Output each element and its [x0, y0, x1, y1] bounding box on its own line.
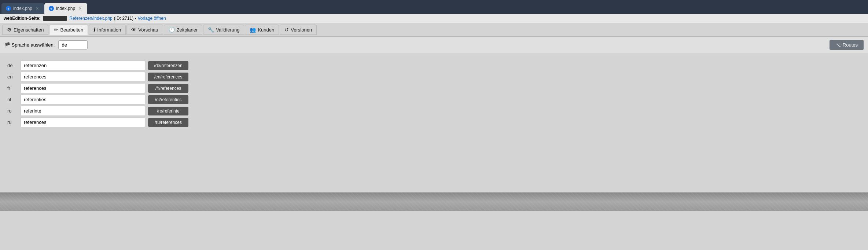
table-row: nl/nl/referenties — [7, 95, 213, 104]
bearbeiten-icon: ✏ — [54, 27, 58, 33]
breadcrumb-bar: webEdition-Seite: Referenzen/index.php (… — [0, 14, 868, 23]
zeitplaner-icon: 🕐 — [169, 27, 175, 33]
lang-label: fr — [7, 85, 18, 91]
lang-label: de — [7, 63, 18, 68]
routes-button[interactable]: ⌥ Routes — [830, 40, 864, 50]
language-select-label: 🏴 Sprache auswählen: — [4, 42, 55, 48]
route-slug-input[interactable] — [21, 83, 145, 93]
tab-close-2[interactable]: ✕ — [77, 6, 83, 11]
route-slug-input[interactable] — [21, 117, 145, 127]
route-path-badge: /de/referenzen — [148, 61, 188, 70]
route-path-badge: /en/references — [148, 73, 188, 81]
tab-2[interactable]: e index.php ✕ — [44, 3, 87, 14]
language-bar-left: 🏴 Sprache auswählen: de en fr nl ro ru — [4, 40, 88, 49]
tab-favicon-1: e — [6, 6, 11, 11]
breadcrumb-label: webEdition-Seite: — [4, 16, 41, 21]
tab-kunden-label: Kunden — [258, 27, 274, 33]
eigenschaften-icon: ⚙ — [7, 27, 12, 33]
tab-label-1: index.php — [13, 6, 32, 11]
breadcrumb-vorlage-link[interactable]: Vorlage öffnen — [137, 16, 166, 21]
kunden-icon: 👥 — [250, 27, 256, 33]
language-select-wrapper: de en fr nl ro ru — [58, 40, 88, 49]
lang-label: ro — [7, 108, 18, 114]
tab-favicon-2: e — [49, 6, 54, 11]
vorschau-icon: 👁 — [131, 27, 136, 33]
tab-kunden[interactable]: 👥 Kunden — [245, 25, 279, 35]
toolbar: ⚙ Eigenschaften ✏ Bearbeiten ℹ Informati… — [0, 23, 868, 37]
tab-bearbeiten[interactable]: ✏ Bearbeiten — [49, 25, 88, 35]
breadcrumb-path-link[interactable]: Referenzen/index.php — [69, 16, 112, 21]
lang-label: nl — [7, 97, 18, 102]
breadcrumb-id: (ID: 2711) - — [114, 16, 136, 21]
route-slug-input[interactable] — [21, 72, 145, 82]
tab-versionen[interactable]: ↺ Versionen — [280, 25, 317, 35]
validierung-icon: 🔧 — [208, 27, 214, 33]
route-slug-input[interactable] — [21, 106, 145, 116]
tab-zeitplaner-label: Zeitplaner — [177, 27, 198, 33]
tab-vorschau-label: Vorschau — [138, 27, 158, 33]
main-content: de/de/referenzenen/en/referencesfr/fr/re… — [0, 53, 868, 192]
language-select[interactable]: de en fr nl ro ru — [58, 40, 88, 49]
lang-label: ru — [7, 120, 18, 125]
tab-1[interactable]: e index.php ✕ — [1, 3, 44, 14]
route-slug-input[interactable] — [21, 60, 145, 70]
browser-tabs: e index.php ✕ e index.php ✕ — [0, 0, 868, 14]
tab-bearbeiten-label: Bearbeiten — [60, 27, 83, 33]
breadcrumb-redacted — [43, 16, 67, 21]
versionen-icon: ↺ — [284, 27, 289, 33]
tab-zeitplaner[interactable]: 🕐 Zeitplaner — [164, 25, 203, 35]
tab-label-2: index.php — [56, 6, 75, 11]
route-path-badge: /fr/references — [148, 84, 188, 93]
table-row: de/de/referenzen — [7, 60, 213, 70]
lang-label: en — [7, 74, 18, 80]
tab-information[interactable]: ℹ Information — [89, 25, 126, 35]
tab-close-1[interactable]: ✕ — [34, 6, 40, 11]
tab-validierung[interactable]: 🔧 Validierung — [203, 25, 244, 35]
tab-validierung-label: Validierung — [216, 27, 239, 33]
route-path-badge: /ro/referinte — [148, 107, 188, 115]
tab-information-label: Information — [97, 27, 121, 33]
routes-table: de/de/referenzenen/en/referencesfr/fr/re… — [7, 60, 213, 127]
routes-button-label: Routes — [843, 42, 858, 48]
tab-vorschau[interactable]: 👁 Vorschau — [126, 25, 163, 35]
tab-versionen-label: Versionen — [291, 27, 312, 33]
route-slug-input[interactable] — [21, 95, 145, 104]
table-row: en/en/references — [7, 72, 213, 82]
routes-icon: ⌥ — [835, 42, 841, 48]
table-row: ru/ru/references — [7, 117, 213, 127]
table-row: fr/fr/references — [7, 83, 213, 93]
tab-eigenschaften[interactable]: ⚙ Eigenschaften — [2, 25, 48, 35]
bottom-image-strip — [0, 192, 868, 211]
route-path-badge: /nl/referenties — [148, 95, 188, 104]
route-path-badge: /ru/references — [148, 118, 188, 127]
table-row: ro/ro/referinte — [7, 106, 213, 116]
language-bar: 🏴 Sprache auswählen: de en fr nl ro ru ⌥… — [0, 37, 868, 53]
tab-eigenschaften-label: Eigenschaften — [14, 27, 44, 33]
information-icon: ℹ — [93, 27, 95, 33]
